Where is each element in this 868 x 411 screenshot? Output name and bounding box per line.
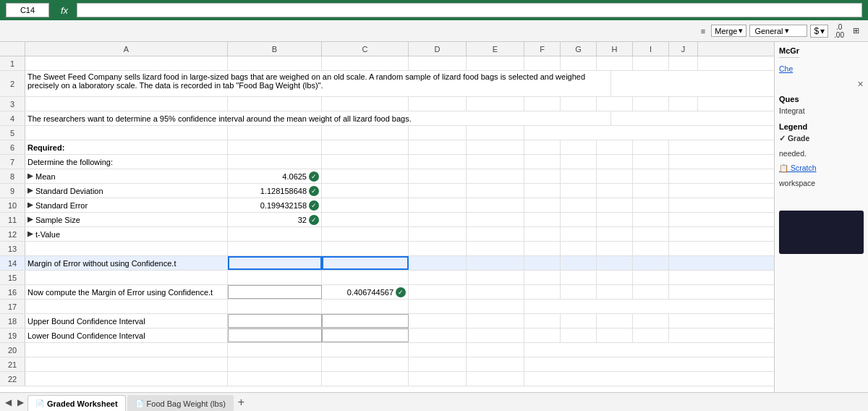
cell-I13[interactable] bbox=[633, 242, 669, 255]
cell-G15[interactable] bbox=[561, 271, 597, 284]
cell-F12[interactable] bbox=[524, 227, 561, 241]
cell-H14[interactable] bbox=[597, 256, 633, 270]
cell-D16[interactable] bbox=[409, 285, 467, 299]
cell-I16[interactable] bbox=[633, 285, 669, 299]
formula-input[interactable] bbox=[77, 3, 862, 17]
cell-A7[interactable]: Determine the following: bbox=[25, 155, 228, 169]
align-button[interactable]: ≡ bbox=[698, 25, 708, 37]
cell-B6[interactable] bbox=[228, 140, 322, 154]
cell-B17[interactable] bbox=[228, 300, 322, 313]
cell-H12[interactable] bbox=[597, 227, 633, 241]
cell-B19[interactable] bbox=[228, 329, 322, 342]
cell-C8[interactable] bbox=[322, 169, 409, 183]
cell-D14[interactable] bbox=[409, 256, 467, 270]
cell-B12[interactable] bbox=[228, 227, 322, 241]
cell-E17[interactable] bbox=[467, 300, 524, 313]
right-panel-link-che[interactable]: Che bbox=[779, 64, 864, 75]
cell-H10[interactable] bbox=[597, 198, 633, 212]
cell-G3[interactable] bbox=[561, 97, 597, 111]
cell-B3[interactable] bbox=[228, 97, 322, 111]
cell-F13[interactable] bbox=[524, 242, 561, 255]
cell-G11[interactable] bbox=[561, 213, 597, 226]
col-header-E[interactable]: E bbox=[467, 42, 524, 56]
cell-I9[interactable] bbox=[633, 184, 669, 198]
cell-H9[interactable] bbox=[597, 184, 633, 198]
cell-C16[interactable]: 0.406744567 ✓ bbox=[322, 285, 409, 299]
cell-I14[interactable] bbox=[633, 256, 669, 270]
cell-B8[interactable]: 4.0625 ✓ bbox=[228, 169, 322, 183]
cell-D9[interactable] bbox=[409, 184, 467, 198]
cell-H1[interactable] bbox=[597, 56, 633, 70]
cell-I8[interactable] bbox=[633, 169, 669, 183]
cell-E21[interactable] bbox=[467, 357, 524, 371]
cell-E3[interactable] bbox=[467, 97, 524, 111]
cell-H8[interactable] bbox=[597, 169, 633, 183]
col-header-C[interactable]: C bbox=[322, 42, 409, 56]
cell-E5[interactable] bbox=[467, 126, 524, 140]
tab-graded-worksheet[interactable]: 📄 Graded Worksheet bbox=[27, 395, 126, 411]
cell-A13[interactable] bbox=[25, 242, 228, 255]
cell-C19[interactable] bbox=[322, 329, 409, 342]
merge-dropdown[interactable]: Merge ▾ bbox=[711, 25, 746, 37]
cell-D20[interactable] bbox=[409, 343, 467, 357]
cell-B11[interactable]: 32 ✓ bbox=[228, 213, 322, 226]
cell-I11[interactable] bbox=[633, 213, 669, 226]
cell-C18[interactable] bbox=[322, 314, 409, 328]
col-header-H[interactable]: H bbox=[597, 42, 633, 56]
cell-D17[interactable] bbox=[409, 300, 467, 313]
cell-F11[interactable] bbox=[524, 213, 561, 226]
cell-F15[interactable] bbox=[524, 271, 561, 284]
cell-D1[interactable] bbox=[409, 56, 467, 70]
cell-E22[interactable] bbox=[467, 372, 524, 386]
cell-G16[interactable] bbox=[561, 285, 597, 299]
cell-A19[interactable]: Lower Bound Confidence Interval bbox=[25, 329, 228, 342]
cell-C9[interactable] bbox=[322, 184, 409, 198]
cell-F14[interactable] bbox=[524, 256, 561, 270]
cell-J1[interactable] bbox=[669, 56, 698, 70]
right-panel-link-scratch[interactable]: 📋 Scratch bbox=[779, 163, 864, 174]
cell-F8[interactable] bbox=[524, 169, 561, 183]
cell-H18[interactable] bbox=[597, 314, 633, 328]
cell-C12[interactable] bbox=[322, 227, 409, 241]
cell-C20[interactable] bbox=[322, 343, 409, 357]
cell-I12[interactable] bbox=[633, 227, 669, 241]
cell-A6[interactable]: Required: bbox=[25, 140, 228, 154]
cell-E20[interactable] bbox=[467, 343, 524, 357]
col-header-G[interactable]: G bbox=[561, 42, 597, 56]
cell-B20[interactable] bbox=[228, 343, 322, 357]
cell-D7[interactable] bbox=[409, 155, 467, 169]
cell-G10[interactable] bbox=[561, 198, 597, 212]
cell-C11[interactable] bbox=[322, 213, 409, 226]
cell-H13[interactable] bbox=[597, 242, 633, 255]
tab-nav-prev[interactable]: ◀ bbox=[3, 393, 14, 411]
borders-button[interactable]: ⊞ bbox=[850, 25, 862, 37]
cell-B21[interactable] bbox=[228, 357, 322, 371]
cell-D22[interactable] bbox=[409, 372, 467, 386]
cell-C7[interactable] bbox=[322, 155, 409, 169]
cell-G18[interactable] bbox=[561, 314, 597, 328]
tab-add-button[interactable]: + bbox=[235, 393, 247, 411]
cell-C22[interactable] bbox=[322, 372, 409, 386]
cell-F1[interactable] bbox=[524, 56, 561, 70]
cell-E18[interactable] bbox=[467, 314, 524, 328]
cell-F18[interactable] bbox=[524, 314, 561, 328]
cell-B7[interactable] bbox=[228, 155, 322, 169]
cell-A10[interactable]: Standard Error bbox=[25, 198, 228, 212]
cell-B22[interactable] bbox=[228, 372, 322, 386]
cell-E16[interactable] bbox=[467, 285, 524, 299]
cell-E19[interactable] bbox=[467, 329, 524, 342]
cell-I6[interactable] bbox=[633, 140, 669, 154]
cell-E12[interactable] bbox=[467, 227, 524, 241]
cell-G13[interactable] bbox=[561, 242, 597, 255]
cell-C17[interactable] bbox=[322, 300, 409, 313]
col-header-A[interactable]: A bbox=[25, 42, 228, 56]
cell-I10[interactable] bbox=[633, 198, 669, 212]
cell-C6[interactable] bbox=[322, 140, 409, 154]
cell-I18[interactable] bbox=[633, 314, 669, 328]
cell-F3[interactable] bbox=[524, 97, 561, 111]
cell-D19[interactable] bbox=[409, 329, 467, 342]
cell-C14[interactable] bbox=[322, 256, 409, 270]
cell-H3[interactable] bbox=[597, 97, 633, 111]
cell-G8[interactable] bbox=[561, 169, 597, 183]
cell-D8[interactable] bbox=[409, 169, 467, 183]
